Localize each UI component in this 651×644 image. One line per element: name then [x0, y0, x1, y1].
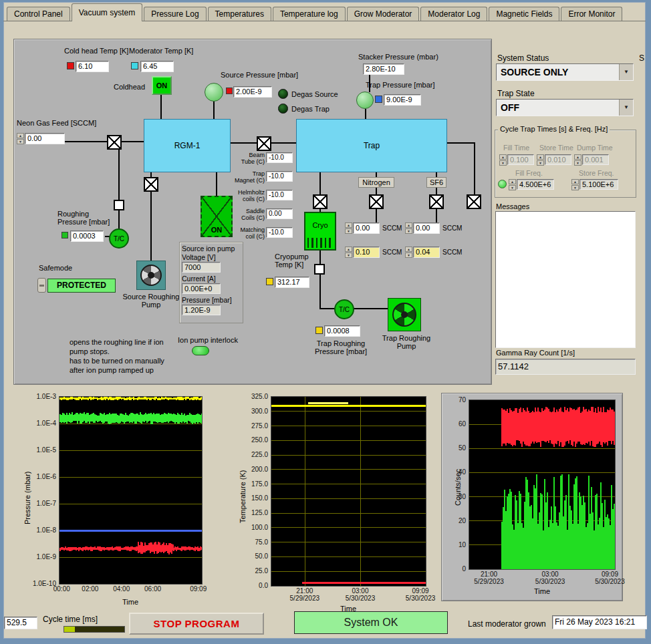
pipe-ion-pump — [216, 172, 217, 196]
saddle-coils-label: Saddle Coils (C) — [234, 208, 265, 221]
spin-up-icon: ▲ — [537, 154, 544, 160]
temperature-chart-plot — [271, 396, 426, 587]
tab-grow-moderator[interactable]: Grow Moderator — [347, 7, 420, 21]
y-axis-tick-label: 60 — [428, 420, 466, 428]
safemode-slider[interactable] — [37, 278, 46, 293]
pipe-node-down — [319, 275, 321, 309]
y-axis-tick-label: 0 — [428, 565, 466, 573]
spin-down-icon[interactable]: ▼ — [405, 228, 412, 234]
tab-vacuum-system[interactable]: Vacuum system — [72, 3, 142, 21]
fill-freq-label: Fill Freq. — [515, 169, 543, 177]
cycle-trap-group-title: Cycle Trap Times [s] & Freq. [Hz] — [498, 125, 610, 133]
system-status-dropdown[interactable]: SOURCE ONLY ▼ — [496, 63, 634, 81]
spin-down-icon[interactable]: ▼ — [345, 228, 352, 234]
application-window: Control PanelVacuum systemPressure LogTe… — [0, 0, 651, 644]
sf6-flow-spinner[interactable]: ▲▼ — [405, 222, 412, 234]
ion-interlock-led[interactable] — [192, 346, 209, 355]
y-axis-tick-label: 25.0 — [231, 567, 268, 575]
messages-box[interactable] — [495, 211, 636, 348]
spin-down-icon: ▼ — [499, 160, 507, 166]
pipe-right-drop — [474, 142, 475, 194]
spin-up-icon[interactable]: ▲ — [345, 222, 352, 228]
y-axis-tick-label: 40 — [428, 468, 466, 476]
ion-voltage-label: Voltage [V] — [182, 253, 216, 261]
pipe-roughing-branch — [118, 142, 120, 228]
ion-pump-valve-icon[interactable]: ON — [201, 196, 233, 237]
source-roughing-pump-icon — [136, 261, 166, 290]
n2-flow-setpoint[interactable]: 0.10 — [353, 247, 380, 258]
tab-moderator-log[interactable]: Moderator Log — [420, 7, 487, 21]
trap-pressure-gauge-icon — [356, 92, 374, 109]
x-axis-tick-label: 21:005/29/2023 — [474, 571, 504, 585]
pipe-cryo-down — [319, 251, 321, 264]
store-freq-value: 5.100E+6 — [579, 179, 618, 190]
tab-temperatures[interactable]: Temperatures — [208, 7, 271, 21]
y-axis-tick-label: 1.0E-6 — [19, 473, 56, 480]
trap-state-dropdown[interactable]: OFF ▼ — [496, 99, 634, 116]
cryopump-temp-label: Cryopump Temp [K] — [275, 253, 315, 269]
coldhead-on-button[interactable]: ON — [152, 76, 172, 95]
x-axis-tick-label: 09:095/30/2023 — [595, 571, 625, 585]
spin-up-icon[interactable]: ▲ — [17, 133, 24, 138]
degas-source-led[interactable] — [278, 89, 288, 99]
degas-source-label: Degas Source — [291, 90, 338, 98]
sf6-flow-setpoint[interactable]: 0.04 — [413, 247, 440, 258]
helmholtz-coils-label: Helmholtz coils (C) — [234, 189, 265, 202]
note-line-1: opens the roughing line if ion — [70, 338, 164, 346]
counts-chart-x-axis-label: Time — [534, 587, 550, 595]
h-gridline — [271, 426, 426, 426]
sf6-setpoint-spinner[interactable]: ▲▼ — [405, 247, 412, 258]
trace-source-pressure-burst — [172, 544, 174, 550]
sf6-flow-readback: 0.00 — [413, 222, 440, 234]
v-gridline — [360, 397, 361, 586]
chevron-down-icon[interactable]: ▼ — [619, 64, 633, 80]
chevron-down-icon[interactable]: ▼ — [619, 100, 633, 116]
y-axis-tick-label: 0.0 — [231, 582, 268, 589]
pump-rotor-icon — [140, 265, 162, 286]
y-axis-tick-label: 50 — [428, 444, 466, 452]
spin-down-icon[interactable]: ▼ — [17, 139, 24, 144]
trace-stacker-pressure — [201, 397, 203, 400]
cold-head-temp-label: Cold head Temp [K] — [64, 47, 128, 55]
n2-flow-spinner[interactable]: ▲▼ — [345, 222, 352, 234]
store-time-spinner: ▲▼ — [537, 154, 544, 166]
safemode-label: Safemode — [39, 264, 72, 272]
neon-gas-feed-spinner[interactable]: ▲▼ — [17, 133, 24, 144]
system-status-label: System Status — [497, 53, 549, 63]
spin-down-icon[interactable]: ▼ — [345, 253, 352, 258]
spin-up-icon[interactable]: ▲ — [405, 222, 412, 228]
moderator-temp-label: Moderator Temp [K] — [129, 47, 193, 55]
safemode-state[interactable]: PROTECTED — [47, 279, 116, 293]
spin-up-icon[interactable]: ▲ — [345, 247, 352, 252]
dump-time-spinner: ▲▼ — [574, 154, 581, 166]
x-axis-tick-label: 09:095/30/2023 — [406, 587, 436, 602]
last-moderator-label: Last moderator grown — [468, 619, 546, 629]
store-freq-spinner: ▲▼ — [571, 179, 579, 190]
tab-temperature-log[interactable]: Temperature log — [273, 7, 346, 21]
y-axis-tick-label: 70 — [428, 396, 466, 404]
tab-magnetic-fields[interactable]: Magnetic Fields — [489, 7, 559, 21]
y-axis-tick-label: 250.0 — [231, 436, 268, 444]
cold-head-temp-value: 6.10 — [76, 61, 109, 72]
x-axis-tick-label: 09:09 — [190, 585, 207, 593]
spin-up-icon[interactable]: ▲ — [405, 247, 412, 252]
n2-flow-unit: SCCM — [382, 224, 402, 232]
tab-error-monitor[interactable]: Error Monitor — [561, 7, 622, 21]
n2-setpoint-spinner[interactable]: ▲▼ — [345, 247, 352, 258]
dump-time-value: 0.001 — [582, 154, 609, 165]
h-gridline — [271, 469, 426, 470]
roughing-pressure-led — [61, 232, 68, 238]
neon-gas-feed-value[interactable]: 0.00 — [25, 133, 65, 144]
trap-pressure-label: Trap Pressure [mbar] — [366, 81, 435, 89]
stop-program-button[interactable]: STOP PROGRAM — [129, 613, 264, 635]
tab-bar: Control PanelVacuum systemPressure LogTe… — [7, 3, 624, 21]
store-time-value: 0.010 — [545, 154, 571, 165]
trap-roughing-led — [315, 327, 323, 334]
degas-trap-led[interactable] — [278, 104, 288, 114]
sf6-setpoint-unit: SCCM — [442, 249, 462, 256]
tab-control-panel[interactable]: Control Panel — [7, 7, 70, 21]
ion-current-value: 0.00E+0 — [182, 283, 221, 294]
tab-pressure-log[interactable]: Pressure Log — [144, 7, 206, 21]
trap-cryo-valve-icon — [313, 194, 328, 209]
spin-down-icon[interactable]: ▼ — [405, 253, 412, 258]
